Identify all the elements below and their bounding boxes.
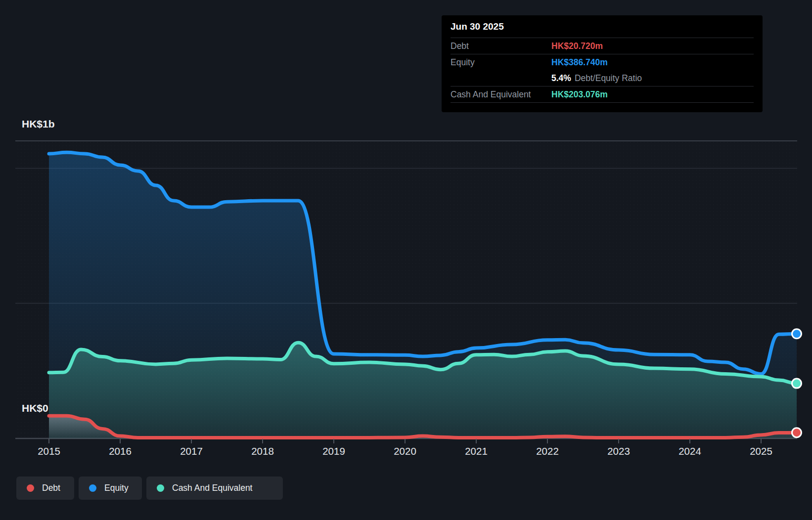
x-axis-label: 2017: [180, 445, 203, 457]
tooltip-equity-label: Equity: [451, 57, 551, 68]
legend-item-debt[interactable]: Debt: [16, 477, 74, 500]
legend-debt-label: Debt: [42, 483, 60, 493]
tooltip-cash-label: Cash And Equivalent: [451, 89, 551, 100]
tooltip-date: Jun 30 2025: [451, 15, 754, 38]
cash-dot-icon: [157, 484, 164, 492]
legend-item-equity[interactable]: Equity: [79, 477, 142, 500]
legend-item-cash[interactable]: Cash And Equivalent: [146, 477, 283, 500]
x-axis-label: 2018: [251, 445, 274, 457]
tooltip-row-cash: Cash And Equivalent HK$203.076m: [451, 87, 754, 103]
x-axis-label: 2025: [750, 445, 772, 457]
x-axis-label: 2019: [322, 445, 345, 457]
tooltip-ratio-label: Debt/Equity Ratio: [575, 73, 642, 84]
debt-dot-icon: [27, 484, 34, 492]
tooltip-equity-value: HK$386.740m: [551, 57, 608, 68]
tooltip-debt-value: HK$20.720m: [551, 41, 603, 51]
x-axis-label: 2015: [38, 445, 60, 457]
x-axis-label: 2016: [109, 445, 132, 457]
x-axis-label: 2024: [678, 445, 701, 457]
legend-equity-label: Equity: [104, 483, 129, 493]
tooltip-debt-label: Debt: [451, 41, 551, 51]
equity-dot-icon: [89, 484, 96, 492]
plot-texture: [15, 141, 797, 438]
x-axis-label: 2020: [394, 445, 416, 457]
x-axis-ticks: [49, 439, 761, 443]
x-axis-label: 2022: [536, 445, 559, 457]
x-axis-label: 2023: [607, 445, 630, 457]
cash-and-equivalent-endpoint-dot: [792, 379, 802, 388]
y-axis-label-top: HK$1b: [22, 118, 55, 130]
debt-equity-history-chart: HK$1b HK$0 20152016201720182019202020212…: [0, 0, 812, 520]
x-axis-labels: 2015201620172018201920202021202220232024…: [38, 445, 772, 457]
tooltip-row-ratio: 5.4% Debt/Equity Ratio: [451, 70, 754, 87]
x-axis-label: 2021: [465, 445, 488, 457]
debt-endpoint-dot: [792, 428, 802, 437]
tooltip-cash-value: HK$203.076m: [551, 89, 608, 100]
tooltip-row-debt: Debt HK$20.720m: [451, 38, 754, 54]
legend-cash-label: Cash And Equivalent: [172, 483, 252, 493]
tooltip-ratio-value: 5.4%: [551, 73, 571, 84]
legend: Debt Equity Cash And Equivalent: [16, 477, 283, 500]
equity-endpoint-dot: [792, 329, 802, 339]
tooltip-panel: Jun 30 2025 Debt HK$20.720m Equity HK$38…: [442, 15, 763, 112]
tooltip-row-equity: Equity HK$386.740m: [451, 54, 754, 70]
